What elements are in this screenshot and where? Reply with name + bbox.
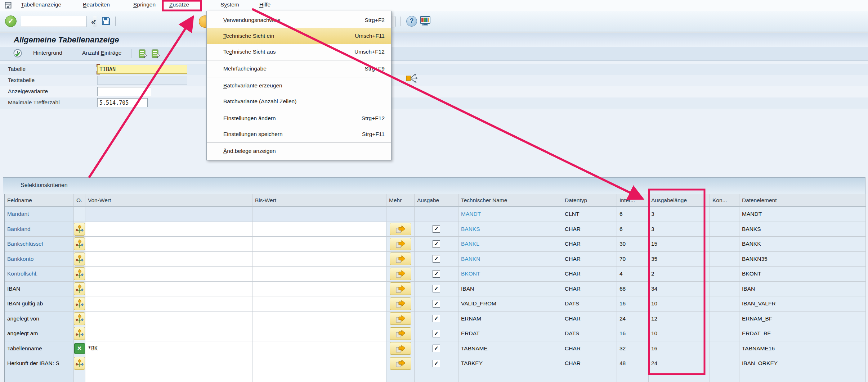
selection-options-button[interactable] <box>74 297 85 310</box>
multiple-selection-button[interactable] <box>390 297 411 310</box>
menubar-item-hilfe[interactable]: Hilfe <box>259 1 270 8</box>
bis-wert-input[interactable] <box>252 222 386 237</box>
multiple-selection-button[interactable] <box>390 342 411 355</box>
ausgabe-checkbox[interactable]: ✓ <box>433 240 440 248</box>
o-cell <box>74 237 85 252</box>
multiple-selection-button[interactable] <box>390 312 411 325</box>
multiple-selection-button[interactable] <box>390 282 411 295</box>
anzahl-eintraege-button[interactable]: Anzahl Einträge <box>82 50 121 56</box>
menubar-item-tabellenanzeige[interactable]: Tabellenanzeige <box>21 1 61 8</box>
ausgabe-checkbox[interactable]: ✓ <box>433 255 440 263</box>
ausgabe-checkbox[interactable]: ✓ <box>433 285 440 292</box>
collapse-icon[interactable]: « <box>91 17 95 26</box>
menu-item[interactable]: Batchvariante erzeugen <box>207 78 391 94</box>
menu-item[interactable]: Technische Sicht ausUmsch+F12 <box>207 44 391 60</box>
ausgabe-checkbox[interactable]: ✓ <box>433 225 440 233</box>
menu-item[interactable]: VerwendungsnachweisStrg+F2 <box>207 12 391 28</box>
selection-options-button[interactable] <box>74 282 85 295</box>
selection-options-button[interactable] <box>74 253 85 265</box>
execute-icon[interactable] <box>13 49 23 60</box>
menu-item[interactable]: Technische Sicht einUmsch+F11 <box>207 28 391 44</box>
multiple-selection-button[interactable] <box>390 268 411 280</box>
column-header-typ: Datentyp <box>562 194 617 207</box>
menubar-item-zusaetze[interactable]: Zusätze <box>169 1 189 8</box>
multiple-selection-button[interactable] <box>390 238 411 250</box>
technical-name-cell <box>458 371 562 382</box>
von-wert-input[interactable] <box>85 356 252 371</box>
save-icon[interactable] <box>101 16 111 27</box>
cursor-mark <box>97 71 100 74</box>
von-wert-input[interactable] <box>85 371 252 382</box>
max-trefferzahl-input[interactable]: 5.514.705 <box>97 98 148 107</box>
von-wert-input[interactable] <box>85 326 252 341</box>
multiple-selection-button[interactable] <box>390 327 411 340</box>
menu-item[interactable]: Einstellungen speichernStrg+F11 <box>207 126 391 142</box>
command-input[interactable] <box>21 16 93 27</box>
bis-wert-input[interactable] <box>252 252 386 267</box>
menubar-item-system[interactable]: System <box>220 1 239 8</box>
menubar-item-springen[interactable]: Springen <box>133 1 156 8</box>
multiple-selection-button[interactable] <box>390 223 411 235</box>
bis-wert-input[interactable] <box>252 341 386 356</box>
enter-button[interactable]: ✓ <box>5 15 17 27</box>
monitor-icon[interactable] <box>420 16 431 28</box>
ausgabe-checkbox[interactable]: ✓ <box>433 270 440 278</box>
technical-name-cell: BANKS <box>458 222 562 237</box>
von-wert-input[interactable] <box>85 267 252 282</box>
selection-options-button[interactable] <box>74 237 85 250</box>
menu-item[interactable]: Einstellungen ändernStrg+F12 <box>207 110 391 126</box>
deselect-all-icon[interactable] <box>151 49 161 60</box>
anzeigevariante-input[interactable] <box>97 87 151 96</box>
command-field[interactable]: ▼ <box>21 16 86 27</box>
ausgabelaenge-cell: 12 <box>649 311 710 327</box>
bis-wert-input[interactable] <box>252 371 386 382</box>
ausgabe-checkbox[interactable]: ✓ <box>433 315 440 322</box>
menu-item[interactable]: MehrfacheingabeStrg+F9 <box>207 61 391 77</box>
bis-wert-input[interactable] <box>252 311 386 327</box>
von-wert-input[interactable] <box>85 237 252 252</box>
multiple-selection-button[interactable] <box>390 253 411 265</box>
selection-options-button[interactable] <box>74 267 85 280</box>
bis-wert-input[interactable] <box>252 296 386 311</box>
selection-options-button[interactable] <box>74 357 85 370</box>
ausgabe-checkbox[interactable]: ✓ <box>433 300 440 308</box>
ausgabe-checkbox[interactable]: ✓ <box>433 345 440 352</box>
interne-laenge-cell: 70 <box>617 252 649 267</box>
menu-item[interactable]: Änd.belege anzeigen <box>207 143 391 159</box>
bis-wert-input[interactable] <box>252 237 386 252</box>
app-menu-icon[interactable] <box>4 1 12 11</box>
tabelle-input[interactable]: TIBAN <box>97 65 187 74</box>
exclude-selection-button[interactable]: ✕ <box>74 343 85 354</box>
bis-wert-input[interactable] <box>252 356 386 371</box>
back-icon[interactable]: « <box>186 15 191 27</box>
row-label: IBAN <box>5 282 74 297</box>
selection-options-button[interactable] <box>74 327 85 340</box>
hintergrund-button[interactable]: Hintergrund <box>33 50 62 56</box>
mehr-cell <box>386 282 415 297</box>
von-wert-input[interactable] <box>85 296 252 311</box>
von-wert-input[interactable] <box>85 252 252 267</box>
von-wert-input[interactable] <box>85 311 252 327</box>
bis-wert-input[interactable] <box>252 282 386 297</box>
ausgabe-checkbox[interactable]: ✓ <box>433 330 440 337</box>
von-wert-input[interactable] <box>85 222 252 237</box>
von-wert-input[interactable] <box>85 282 252 297</box>
ausgabe-checkbox[interactable]: ✓ <box>433 360 440 367</box>
datenelement-cell: MANDT <box>739 207 866 222</box>
bis-wert-input[interactable] <box>252 267 386 282</box>
help-icon[interactable]: ? <box>406 16 417 27</box>
bis-wert-input[interactable] <box>252 326 386 341</box>
selection-options-button[interactable] <box>74 223 85 236</box>
menu-item-label: Batchvariante (Anzahl Zeilen) <box>223 98 380 105</box>
datenelement-cell: ERDAT_BF <box>739 326 866 341</box>
distribute-icon[interactable] <box>406 72 419 85</box>
selection-options-button[interactable] <box>74 312 85 325</box>
datenelement-cell: TABNAME16 <box>739 341 866 356</box>
select-all-icon[interactable] <box>138 49 148 60</box>
konvertierung-cell <box>710 341 739 356</box>
menu-item[interactable]: Batchvariante (Anzahl Zeilen) <box>207 94 391 109</box>
von-wert-input[interactable]: *BK <box>85 341 252 356</box>
multiple-selection-button[interactable] <box>390 357 411 370</box>
menubar-item-bearbeiten[interactable]: Bearbeiten <box>83 1 110 8</box>
interne-laenge-cell: 16 <box>617 296 649 311</box>
